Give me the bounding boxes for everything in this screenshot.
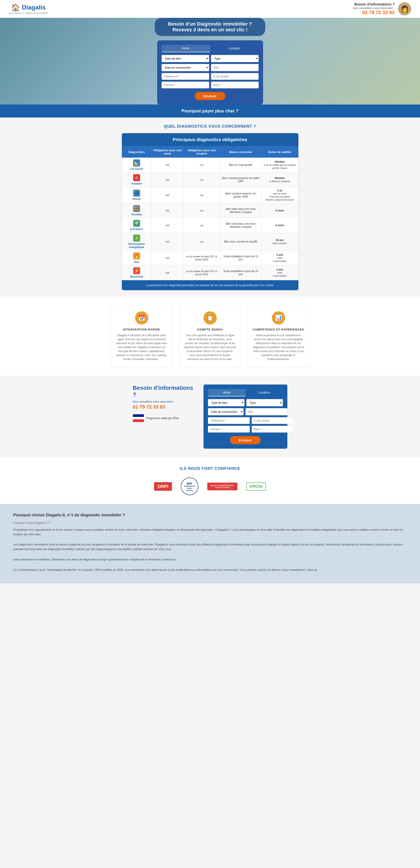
diag-icon: 🐛 xyxy=(133,205,140,212)
hero-section: Besoin d'un Diagnostic immobilier ? Rece… xyxy=(0,18,420,104)
hero-content: Besoin d'un Diagnostic immobilier ? Rece… xyxy=(0,18,420,104)
diag-cell-biens: Toute installation à plus de 15 ans xyxy=(220,251,261,266)
second-form-tabs: Vente Location xyxy=(208,389,283,396)
diag-icon: 🔥 xyxy=(133,252,140,259)
diag-cell-vente: oui xyxy=(151,187,184,203)
second-form-section: Besoin d'informations ? Nos conseillers … xyxy=(0,376,420,458)
diag-table: Diagnostics Obligatoire pour une vente O… xyxy=(122,146,299,280)
logo-area: 🏠 Diagalis Les experts du diagnostic imm… xyxy=(9,3,48,14)
why-text: Pourquoi payer plus cher ? xyxy=(181,108,239,113)
table-row: 🔥 Gaz oui oui (à compter de juillet 2017… xyxy=(122,251,298,266)
second-code-postal-input[interactable] xyxy=(252,417,293,424)
diag-cell-location: non xyxy=(184,203,220,218)
feature-icon: 📅 xyxy=(135,311,148,324)
diag-cell-duree: 6 mois xyxy=(261,203,298,218)
header-contact: Besoin d'informations ? Nos conseillers … xyxy=(353,2,411,16)
diag-cell-vente: oui xyxy=(151,266,184,280)
second-form-submit-area: Envoyer xyxy=(208,434,283,444)
diag-icon: 🌍 xyxy=(133,220,140,227)
header-contact-text: Besoin d'informations ? Nos conseillers … xyxy=(353,2,395,16)
trust-logo-efficity: effiCity xyxy=(246,483,266,491)
hero-line1: Besoin d'un Diagnostic immobilier ? xyxy=(168,21,252,27)
header-phone: 01 79 72 33 93 xyxy=(353,10,395,16)
table-row: 🌍 E.R.N.M.T. oui oui Bien situé dans une… xyxy=(122,218,298,233)
second-form-row-4 xyxy=(208,426,283,433)
diag-cell-biens: Bien construit avant le 1er juillet 1997 xyxy=(220,173,261,187)
diag-cell-duree: Illimitée si absence d'amiante xyxy=(261,173,298,187)
second-type-bien-select[interactable]: Type de bien xyxy=(208,399,245,406)
second-phone: 01 79 72 33 93 xyxy=(133,404,195,410)
diag-cell-name: 🔵 Plomb xyxy=(122,187,151,203)
nom-input[interactable] xyxy=(211,82,259,88)
qualit-label: QUALIT COMPÉTENCES CERTIFICATIONS xyxy=(207,483,238,490)
orpi-label: ORPI xyxy=(154,482,172,491)
type-select[interactable]: Type xyxy=(211,55,259,62)
tab-location[interactable]: Location xyxy=(210,45,259,52)
hero-banner: Besoin d'un Diagnostic immobilier ? Rece… xyxy=(155,18,265,36)
feature-title: COMPÉTENCE ET EXPÉRIENCES xyxy=(252,328,305,331)
avatar: 👩 xyxy=(398,2,411,16)
efficity-label: effiCity xyxy=(246,483,266,491)
hero-form-card: Vente Location Type de bien Type Date de… xyxy=(157,40,263,104)
second-prenom-input[interactable] xyxy=(208,426,250,433)
diag-cell-duree: 10 ans sauf si travaux xyxy=(261,233,298,251)
diag-name-label: E.R.N.M.T. xyxy=(130,228,143,231)
table-row: ⚡ Performance énergétique oui oui Bien c… xyxy=(122,233,298,251)
trust-logos: ORPI gan Assurances depuis toujours QUAL… xyxy=(9,477,411,495)
diag-cell-name: ⚡ Performance énergétique xyxy=(122,233,151,251)
tab-vente[interactable]: Vente xyxy=(162,45,210,52)
second-tab-location[interactable]: Location xyxy=(246,389,283,396)
second-telephone-input[interactable] xyxy=(208,417,250,424)
diag-cell-biens: Toute installation à plus de 15 ans xyxy=(220,266,261,280)
diag-cell-name: 🌍 E.R.N.M.T. xyxy=(122,218,151,233)
form-tabs: Vente Location xyxy=(162,45,259,52)
diag-name-label: Loi Carrez xyxy=(130,167,143,170)
footer-para2: Les diagnostics immobiliers sont la preu… xyxy=(13,542,407,552)
features-section: 📅 INTERVENTION RAPIDE Diagalis.fr interv… xyxy=(0,297,420,376)
table-row: ⚠ Amiante oui oui Bien construit avant l… xyxy=(122,173,298,187)
programme-label: Programme validé par l'État xyxy=(146,417,179,420)
diag-icon: ⚠ xyxy=(133,174,140,181)
diag-name-label: Gaz xyxy=(134,260,139,264)
table-row: ⚡ Électricité oui oui (à compter de juil… xyxy=(122,266,298,280)
diag-icon: ⚡ xyxy=(133,235,140,242)
feature-card: 📅 INTERVENTION RAPIDE Diagalis.fr interv… xyxy=(111,306,173,367)
telephone-input[interactable] xyxy=(162,73,209,80)
second-envoyer-button[interactable]: Envoyer xyxy=(230,436,261,444)
diag-cell-biens: Bien situé dans une zone déclarée à risq… xyxy=(220,218,261,233)
second-form-row-2: Date de construction xyxy=(208,408,283,415)
diag-cell-name: 📐 Loi Carrez xyxy=(122,158,151,173)
second-form-row-1: Type de bien Type xyxy=(208,399,283,406)
type-bien-select[interactable]: Type de bien xyxy=(162,55,209,62)
date-construction-select[interactable]: Date de construction xyxy=(162,64,209,71)
feature-title: COMPTE RENDU xyxy=(184,328,236,331)
second-nom-input[interactable] xyxy=(252,426,293,433)
second-date-construction-select[interactable]: Date de construction xyxy=(208,408,244,415)
col-duree: Durée de validité xyxy=(261,146,298,158)
table-row: 📐 Loi Carrez oui non Bien en Copropriété… xyxy=(122,158,298,173)
trust-logo-gan: gan Assurances depuis toujours xyxy=(181,477,198,495)
second-type-select[interactable]: Type xyxy=(246,399,283,406)
code-postal-input[interactable] xyxy=(211,73,259,80)
header-besoin: Besoin d'informations ? xyxy=(353,2,395,6)
diag-name-label: Termites xyxy=(131,213,142,216)
ville-input[interactable] xyxy=(211,64,259,71)
why-section: Pourquoi payer plus cher ? xyxy=(0,104,420,118)
envoyer-button[interactable]: Envoyer xyxy=(195,92,225,100)
diag-cell-location: oui xyxy=(184,187,220,203)
diag-footer: La présence d'un diagnostic permettra au… xyxy=(122,280,299,290)
form-row-4 xyxy=(162,82,259,88)
diag-cell-biens: Bien clos, couvert et chauffé xyxy=(220,233,261,251)
col-vente: Obligatoire pour une vente xyxy=(151,146,184,158)
footer-para1: Propriétaire d'un appartement ou d'une m… xyxy=(13,528,407,537)
prenom-input[interactable] xyxy=(162,82,209,88)
trust-logo-qualit: QUALIT COMPÉTENCES CERTIFICATIONS xyxy=(207,483,238,490)
second-ville-input[interactable] xyxy=(246,408,287,415)
diag-cell-name: 🐛 Termites xyxy=(122,203,151,218)
diag-cell-location: oui xyxy=(184,218,220,233)
feature-card: 📋 COMPTE RENDU Tous vos rapports sont hé… xyxy=(179,306,241,367)
second-tab-vente[interactable]: Vente xyxy=(208,389,246,396)
diag-name-label: Plomb xyxy=(133,197,141,200)
feature-icon: 📊 xyxy=(272,311,285,324)
diag-name-label: Amiante xyxy=(131,182,142,185)
